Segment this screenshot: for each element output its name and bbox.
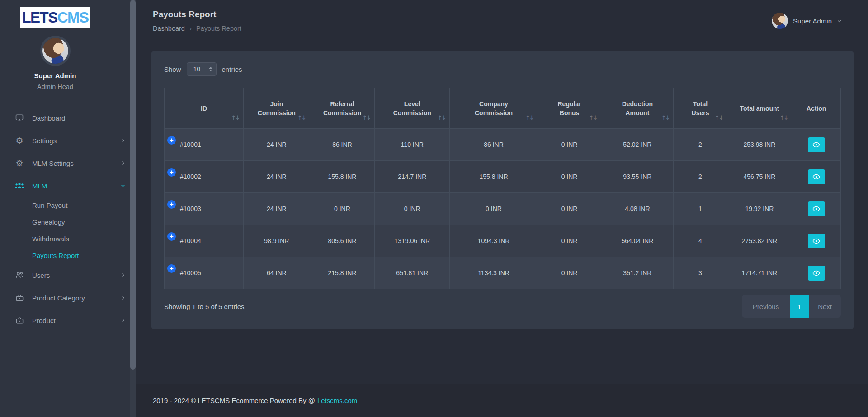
pagination: Previous 1 Next xyxy=(742,295,841,318)
column-label: Deduction Amount xyxy=(622,100,653,117)
cell-total-users: 1 xyxy=(674,193,727,225)
dashboard-icon xyxy=(14,113,25,122)
action-cell xyxy=(792,257,841,289)
action-cell xyxy=(792,225,841,257)
pagination-page-1-button[interactable]: 1 xyxy=(790,295,809,318)
row-id: #10005 xyxy=(180,269,201,276)
column-header-id[interactable]: ID↑↓ xyxy=(165,88,244,129)
sidebar-subitem-genealogy[interactable]: Genealogy xyxy=(0,214,136,230)
sidebar-scrollbar-thumb[interactable] xyxy=(130,0,136,370)
payouts-table: ID↑↓Join Commission↑↓Referral Commission… xyxy=(164,88,841,289)
column-header-deduction-amount[interactable]: Deduction Amount↑↓ xyxy=(601,88,674,129)
expand-row-plus-icon[interactable]: + xyxy=(167,136,176,145)
id-cell: +#10003 xyxy=(165,193,244,225)
cell-total-amount: 19.92 INR xyxy=(727,193,792,225)
pagination-previous-button[interactable]: Previous xyxy=(742,295,790,318)
cell-level-commission: 214.7 INR xyxy=(375,161,450,193)
sidebar-item-dashboard[interactable]: Dashboard xyxy=(0,107,136,129)
expand-row-plus-icon[interactable]: + xyxy=(167,232,176,241)
table-summary: Showing 1 to 5 of 5 entries xyxy=(164,303,245,310)
expand-row-plus-icon[interactable]: + xyxy=(167,264,176,273)
column-header-total-amount[interactable]: Total amount↑↓ xyxy=(727,88,792,129)
sidebar-item-label: Payouts Report xyxy=(32,252,79,259)
column-label: Join Commission xyxy=(258,100,296,117)
column-header-company-commission[interactable]: Company Commission↑↓ xyxy=(450,88,538,129)
column-header-join-commission[interactable]: Join Commission↑↓ xyxy=(244,88,310,129)
cell-level-commission: 651.81 INR xyxy=(375,257,450,289)
sidebar-item-product[interactable]: Product xyxy=(0,309,136,332)
column-label: Level Commission xyxy=(393,100,431,117)
id-cell: +#10002 xyxy=(165,161,244,193)
title-block: Payouts Report Dashboard › Payouts Repor… xyxy=(153,9,241,32)
sidebar-subitem-run-payout[interactable]: Run Payout xyxy=(0,197,136,214)
cell-total-users: 4 xyxy=(674,225,727,257)
cell-level-commission: 0 INR xyxy=(375,193,450,225)
column-header-action: Action xyxy=(792,88,841,129)
user-menu[interactable]: Super Admin xyxy=(772,13,842,29)
profile-name: Super Admin xyxy=(0,72,110,80)
cell-company-commission: 155.8 INR xyxy=(450,161,538,193)
pagination-next-button[interactable]: Next xyxy=(809,295,841,318)
view-payout-button[interactable] xyxy=(808,169,825,184)
view-payout-button[interactable] xyxy=(808,266,825,281)
app-root: LETSCMS Super Admin Admin Head Dashboard… xyxy=(0,0,868,417)
cell-company-commission: 0 INR xyxy=(450,193,538,225)
table-row--10002: +#1000224 INR155.8 INR214.7 INR155.8 INR… xyxy=(165,161,841,193)
sidebar-item-label: Settings xyxy=(32,137,57,145)
table-row--10005: +#1000564 INR215.8 INR651.81 INR1134.3 I… xyxy=(165,257,841,289)
row-id: #10003 xyxy=(180,205,201,212)
main-content: Payouts Report Dashboard › Payouts Repor… xyxy=(136,0,868,417)
cell-deduction-amount: 564.04 INR xyxy=(601,225,674,257)
column-header-regular-bonus[interactable]: Regular Bonus↑↓ xyxy=(538,88,601,129)
eye-icon xyxy=(812,205,820,213)
eye-icon xyxy=(812,269,820,277)
sidebar-subitem-payouts-report[interactable]: Payouts Report xyxy=(0,247,136,264)
briefcase-icon xyxy=(14,294,25,302)
sidebar-item-settings[interactable]: ⚙Settings xyxy=(0,129,136,152)
cell-join-commission: 64 INR xyxy=(244,257,310,289)
breadcrumb-dashboard-link[interactable]: Dashboard xyxy=(153,25,185,32)
sidebar-item-mlm-settings[interactable]: ⚙MLM Settings xyxy=(0,152,136,174)
sidebar-item-product-category[interactable]: Product Category xyxy=(0,286,136,309)
sort-arrows-icon: ↑↓ xyxy=(589,113,597,122)
sort-arrows-icon: ↑↓ xyxy=(715,113,723,122)
payouts-report-card: Show 10 entries ID↑↓Join Commission↑↓Ref… xyxy=(151,51,854,329)
cell-referral-commission: 805.6 INR xyxy=(310,225,375,257)
users-group-icon xyxy=(14,182,25,189)
chevron-right-icon xyxy=(120,272,126,278)
expand-row-plus-icon[interactable]: + xyxy=(167,168,176,177)
page-title: Payouts Report xyxy=(153,9,241,20)
view-payout-button[interactable] xyxy=(808,234,825,248)
cell-referral-commission: 155.8 INR xyxy=(310,161,375,193)
sidebar-item-coupon-master[interactable]: Coupon Master xyxy=(0,414,136,417)
sidebar-item-label: Genealogy xyxy=(32,218,65,226)
footer-link[interactable]: Letscms.com xyxy=(317,397,357,404)
sidebar-item-users[interactable]: Users xyxy=(0,264,136,286)
table-head: ID↑↓Join Commission↑↓Referral Commission… xyxy=(165,88,841,129)
expand-row-plus-icon[interactable]: + xyxy=(167,200,176,209)
view-payout-button[interactable] xyxy=(808,201,825,216)
table-row--10003: +#1000324 INR0 INR0 INR0 INR0 INR4.08 IN… xyxy=(165,193,841,225)
sidebar-subitem-withdrawals[interactable]: Withdrawals xyxy=(0,230,136,247)
profile-section: Super Admin Admin Head xyxy=(0,38,110,90)
sidebar-item-mlm[interactable]: MLM xyxy=(0,174,136,197)
brand-logo[interactable]: LETSCMS xyxy=(20,7,90,28)
column-label: Referral Commission xyxy=(323,100,361,117)
view-payout-button[interactable] xyxy=(808,137,825,152)
chevron-right-icon xyxy=(120,318,126,323)
cell-referral-commission: 86 INR xyxy=(310,129,375,161)
column-header-total-users[interactable]: Total Users↑↓ xyxy=(674,88,727,129)
chevron-down-icon xyxy=(120,183,126,188)
sidebar-scrollbar-track[interactable] xyxy=(130,0,136,417)
profile-avatar xyxy=(42,38,68,64)
column-header-level-commission[interactable]: Level Commission↑↓ xyxy=(375,88,450,129)
breadcrumb-current: Payouts Report xyxy=(196,25,241,32)
user-name: Super Admin xyxy=(793,17,832,25)
show-label: Show xyxy=(164,66,181,73)
page-size-select[interactable]: 10 xyxy=(187,62,217,76)
column-label: Total amount xyxy=(740,105,779,112)
sidebar: LETSCMS Super Admin Admin Head Dashboard… xyxy=(0,0,136,417)
sort-arrows-icon: ↑↓ xyxy=(779,113,788,122)
breadcrumb: Dashboard › Payouts Report xyxy=(153,24,241,32)
column-header-referral-commission[interactable]: Referral Commission↑↓ xyxy=(310,88,375,129)
